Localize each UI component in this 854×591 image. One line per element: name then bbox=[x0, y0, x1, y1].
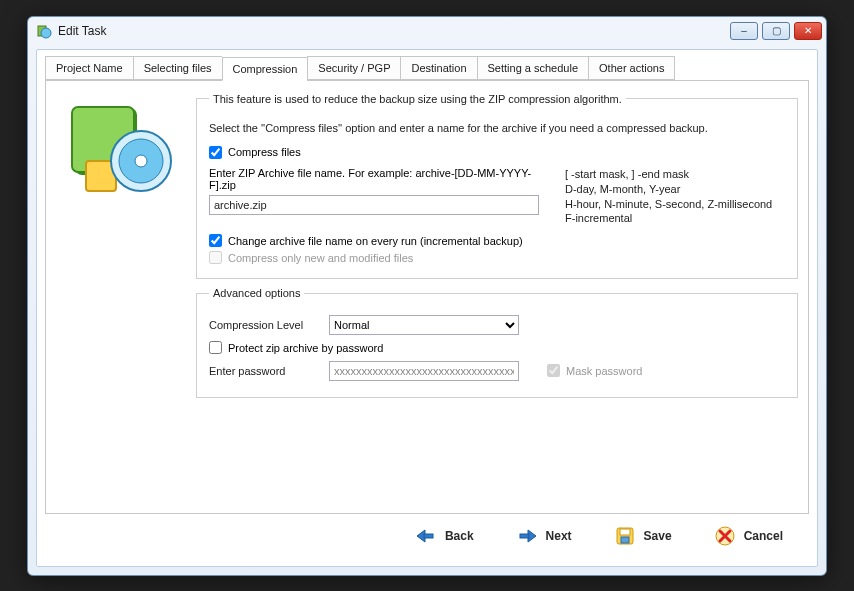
button-bar: Back Next Save Cancel bbox=[45, 514, 809, 558]
cancel-label: Cancel bbox=[744, 529, 783, 543]
tab-strip: Project Name Selecting files Compression… bbox=[45, 56, 809, 80]
compression-level-label: Compression Level bbox=[209, 319, 319, 331]
tab-security-pgp[interactable]: Security / PGP bbox=[307, 56, 400, 80]
dialog-window: Edit Task – ▢ ✕ Project Name Selecting f… bbox=[27, 16, 827, 576]
incremental-input[interactable] bbox=[209, 234, 222, 247]
sidebar-graphic bbox=[56, 93, 186, 501]
svg-rect-12 bbox=[621, 537, 629, 543]
window-title: Edit Task bbox=[58, 24, 106, 38]
mask-password-label: Mask password bbox=[566, 365, 642, 377]
titlebar: Edit Task – ▢ ✕ bbox=[28, 17, 826, 45]
form-column: This feature is used to reduce the backu… bbox=[196, 93, 798, 501]
only-new-input bbox=[209, 251, 222, 264]
compression-level-select[interactable]: Normal bbox=[329, 315, 519, 335]
advanced-group: Advanced options Compression Level Norma… bbox=[196, 287, 798, 398]
mask-password-input bbox=[547, 364, 560, 377]
back-arrow-icon bbox=[415, 525, 437, 547]
tab-project-name[interactable]: Project Name bbox=[45, 56, 133, 80]
tab-schedule[interactable]: Setting a schedule bbox=[477, 56, 589, 80]
tab-compression[interactable]: Compression bbox=[222, 57, 308, 81]
enter-password-label: Enter password bbox=[209, 365, 319, 377]
minimize-button[interactable]: – bbox=[730, 22, 758, 40]
cancel-button[interactable]: Cancel bbox=[708, 521, 789, 551]
svg-point-1 bbox=[41, 28, 51, 38]
save-floppy-icon bbox=[614, 525, 636, 547]
incremental-label: Change archive file name on every run (i… bbox=[228, 235, 523, 247]
maximize-button[interactable]: ▢ bbox=[762, 22, 790, 40]
only-new-label: Compress only new and modified files bbox=[228, 252, 413, 264]
compression-hint: Select the ''Compress files'' option and… bbox=[209, 121, 785, 136]
tab-content: This feature is used to reduce the backu… bbox=[45, 80, 809, 514]
mask-legend-2: D-day, M-month, Y-year bbox=[565, 182, 785, 197]
back-label: Back bbox=[445, 529, 474, 543]
svg-rect-11 bbox=[620, 529, 630, 535]
tab-selecting-files[interactable]: Selecting files bbox=[133, 56, 222, 80]
dialog-body: Project Name Selecting files Compression… bbox=[36, 49, 818, 567]
app-icon bbox=[36, 23, 52, 39]
tab-other-actions[interactable]: Other actions bbox=[588, 56, 675, 80]
next-arrow-icon bbox=[516, 525, 538, 547]
back-button[interactable]: Back bbox=[409, 521, 480, 551]
next-label: Next bbox=[546, 529, 572, 543]
protect-password-checkbox[interactable]: Protect zip archive by password bbox=[209, 341, 785, 354]
advanced-legend: Advanced options bbox=[209, 287, 304, 299]
compression-legend: This feature is used to reduce the backu… bbox=[209, 93, 626, 105]
tab-destination[interactable]: Destination bbox=[400, 56, 476, 80]
mask-legend-1: [ -start mask, ] -end mask bbox=[565, 167, 785, 182]
next-button[interactable]: Next bbox=[510, 521, 578, 551]
archive-name-label: Enter ZIP Archive file name. For example… bbox=[209, 167, 553, 191]
protect-password-label: Protect zip archive by password bbox=[228, 342, 383, 354]
compress-files-label: Compress files bbox=[228, 146, 301, 158]
window-buttons: – ▢ ✕ bbox=[730, 22, 822, 40]
archive-name-input[interactable] bbox=[209, 195, 539, 215]
cancel-x-icon bbox=[714, 525, 736, 547]
svg-rect-8 bbox=[424, 534, 433, 538]
backup-illustration-icon bbox=[66, 101, 176, 211]
incremental-checkbox[interactable]: Change archive file name on every run (i… bbox=[209, 234, 785, 247]
compression-group: This feature is used to reduce the backu… bbox=[196, 93, 798, 280]
compress-files-checkbox[interactable]: Compress files bbox=[209, 146, 785, 159]
svg-point-7 bbox=[135, 155, 147, 167]
mask-legend: [ -start mask, ] -end mask D-day, M-mont… bbox=[565, 167, 785, 226]
protect-password-input[interactable] bbox=[209, 341, 222, 354]
only-new-checkbox: Compress only new and modified files bbox=[209, 251, 785, 264]
svg-rect-9 bbox=[520, 534, 529, 538]
save-button[interactable]: Save bbox=[608, 521, 678, 551]
mask-password-checkbox: Mask password bbox=[547, 364, 642, 377]
mask-legend-3: H-hour, N-minute, S-second, Z-millisecon… bbox=[565, 197, 785, 212]
password-input bbox=[329, 361, 519, 381]
compress-files-input[interactable] bbox=[209, 146, 222, 159]
mask-legend-4: F-incremental bbox=[565, 211, 785, 226]
close-button[interactable]: ✕ bbox=[794, 22, 822, 40]
save-label: Save bbox=[644, 529, 672, 543]
